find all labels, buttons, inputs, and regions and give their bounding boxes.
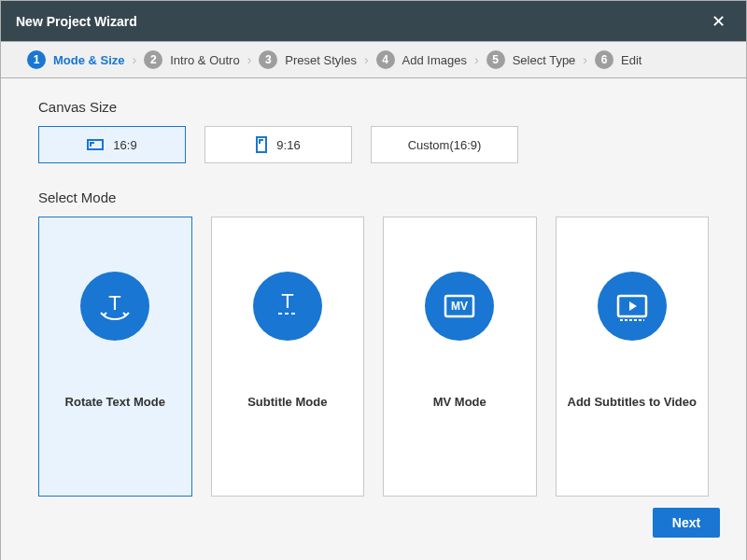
mode-option-play[interactable]: Add Subtitles to Video [556, 217, 710, 497]
step-number: 5 [486, 50, 505, 69]
wizard-content: Canvas Size 16:99:16Custom(16:9) Select … [0, 78, 747, 560]
mode-option-label: Subtitle Mode [242, 395, 332, 409]
mode-option-mv[interactable]: MVMV Mode [383, 217, 537, 497]
step-number: 4 [376, 50, 395, 69]
canvas-option-label: 9:16 [276, 138, 300, 152]
canvas-option-custom[interactable]: Custom(16:9) [371, 126, 518, 163]
window-title: New Project Wizard [16, 14, 137, 29]
step-label: Select Type [513, 53, 576, 67]
canvas-option-label: 16:9 [113, 138, 136, 152]
step-label: Add Images [402, 53, 467, 67]
subtitle-icon: T [253, 272, 322, 341]
step-5[interactable]: 5Select Type [486, 50, 576, 69]
close-icon[interactable]: ✕ [706, 7, 731, 35]
play-icon [598, 272, 667, 341]
chevron-right-icon: › [472, 52, 481, 67]
titlebar: New Project Wizard ✕ [0, 0, 747, 41]
landscape-ratio-icon [87, 139, 104, 150]
step-label: Edit [621, 53, 641, 67]
step-3[interactable]: 3Preset Styles [259, 50, 357, 69]
step-number: 2 [144, 50, 162, 69]
canvas-option-label: Custom(16:9) [408, 138, 482, 152]
svg-text:MV: MV [451, 300, 468, 313]
mode-icon-wrap: MV [384, 217, 536, 395]
mv-icon: MV [425, 272, 494, 341]
step-number: 1 [27, 50, 46, 69]
canvas-size-heading: Canvas Size [38, 99, 709, 115]
canvas-option-portrait[interactable]: 9:16 [204, 126, 352, 163]
mode-icon-wrap: T [212, 217, 364, 395]
mode-option-rotate-text[interactable]: TRotate Text Mode [38, 217, 192, 497]
canvas-option-landscape[interactable]: 16:9 [38, 126, 186, 163]
mode-icon-wrap: T [39, 217, 191, 395]
mode-option-label: Add Subtitles to Video [562, 395, 702, 409]
mode-option-label: MV Mode [428, 395, 492, 409]
svg-text:T: T [281, 289, 293, 313]
rotate-text-icon: T [80, 272, 149, 341]
next-button[interactable]: Next [653, 508, 720, 538]
svg-text:T: T [109, 291, 121, 315]
step-label: Preset Styles [285, 53, 357, 67]
chevron-right-icon: › [246, 52, 254, 67]
portrait-ratio-icon [256, 136, 267, 153]
svg-marker-6 [629, 301, 637, 311]
canvas-size-row: 16:99:16Custom(16:9) [38, 126, 709, 163]
step-4[interactable]: 4Add Images [376, 50, 467, 69]
chevron-right-icon: › [581, 52, 589, 67]
wizard-stepper: 1Mode & Size›2Intro & Outro›3Preset Styl… [0, 41, 747, 78]
step-number: 3 [259, 50, 277, 69]
chevron-right-icon: › [131, 52, 139, 67]
step-number: 6 [595, 50, 613, 69]
select-mode-heading: Select Mode [38, 189, 709, 205]
step-label: Intro & Outro [170, 53, 239, 67]
mode-row: TRotate Text ModeTSubtitle ModeMVMV Mode… [38, 217, 709, 497]
step-2[interactable]: 2Intro & Outro [144, 50, 239, 69]
step-label: Mode & Size [53, 53, 125, 67]
step-6[interactable]: 6Edit [595, 50, 641, 69]
step-1[interactable]: 1Mode & Size [27, 50, 125, 69]
mode-icon-wrap [557, 217, 709, 395]
chevron-right-icon: › [362, 52, 371, 67]
mode-option-subtitle[interactable]: TSubtitle Mode [211, 217, 365, 497]
mode-option-label: Rotate Text Mode [60, 395, 171, 409]
